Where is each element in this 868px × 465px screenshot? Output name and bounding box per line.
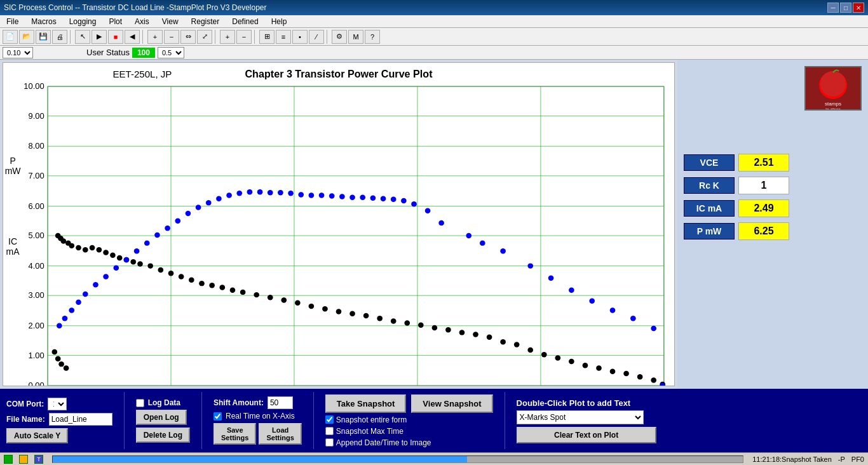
snapshot-buttons-row: Take Snapshot View Snapshot	[325, 394, 493, 413]
auto-scale-button[interactable]: Auto Scale Y	[6, 428, 68, 443]
menu-axis[interactable]: Axis	[131, 16, 153, 27]
save-settings-button[interactable]: SaveSettings	[214, 423, 256, 445]
user-status-label: User Status	[86, 48, 130, 57]
close-button[interactable]: ✕	[853, 3, 864, 13]
tb-save[interactable]: 💾	[36, 30, 51, 44]
svg-point-93	[596, 365, 602, 370]
svg-point-62	[189, 278, 194, 283]
indicator-t: T	[34, 455, 43, 464]
indicator-g	[4, 455, 13, 464]
svg-point-87	[514, 342, 520, 347]
delete-log-button[interactable]: Delete Log	[136, 428, 190, 443]
menu-file[interactable]: File	[3, 16, 22, 27]
tb-zoom-in-y[interactable]: +	[220, 30, 235, 44]
file-name-input[interactable]	[49, 413, 112, 426]
double-click-row: Double-Click Plot to add Text	[517, 398, 656, 408]
svg-point-61	[179, 274, 184, 279]
shift-section: Shift Amount: Real Time on X-Axis SaveSe…	[214, 396, 302, 445]
tb-zoom-full[interactable]: ⤢	[197, 30, 212, 44]
tb-new[interactable]: 📄	[3, 30, 18, 44]
snapshot-entire-form-checkbox[interactable]	[325, 415, 334, 424]
scale-select[interactable]: 0.10 0.25 0.50 1.00	[3, 47, 33, 58]
svg-text:mA: mA	[6, 246, 20, 257]
svg-point-65	[220, 285, 226, 290]
svg-point-76	[363, 313, 369, 318]
shift-amount-input[interactable]	[268, 396, 293, 409]
svg-point-140	[425, 208, 431, 213]
tb-print[interactable]: 🖨	[52, 30, 67, 44]
tb-stop[interactable]: ■	[108, 30, 123, 44]
svg-point-149	[610, 307, 616, 313]
svg-point-151	[651, 326, 656, 331]
menu-macros[interactable]: Macros	[27, 16, 60, 27]
load-settings-button[interactable]: LoadSettings	[259, 423, 301, 445]
log-data-checkbox[interactable]	[136, 399, 144, 407]
svg-point-112	[134, 248, 140, 253]
svg-point-97	[651, 377, 656, 382]
open-log-button[interactable]: Open Log	[136, 410, 187, 425]
tb-settings[interactable]: ⚙	[332, 30, 347, 44]
com-port-label: COM Port:	[6, 400, 44, 408]
svg-point-133	[349, 194, 355, 199]
append-date-checkbox[interactable]	[325, 438, 334, 447]
svg-point-155	[820, 71, 846, 97]
svg-point-67	[240, 290, 246, 295]
menu-help[interactable]: Help	[268, 16, 291, 27]
com-port-select[interactable]: 1234	[48, 398, 67, 410]
snapshot-max-time-label: Snapshot Max Time	[336, 427, 403, 436]
tb-help[interactable]: ?	[365, 30, 380, 44]
svg-point-116	[175, 218, 180, 223]
menu-logging[interactable]: Logging	[65, 16, 100, 27]
svg-point-79	[404, 320, 410, 325]
text-type-select[interactable]: X-Marks Spot Arrow Text Box Circle	[517, 410, 644, 424]
svg-point-122	[236, 191, 242, 196]
tb-cursor[interactable]: ↖	[75, 30, 90, 44]
ic-label: IC mA	[684, 200, 735, 217]
svg-point-48	[76, 245, 81, 250]
real-time-checkbox[interactable]	[214, 412, 222, 421]
tb-zoom-out-x[interactable]: −	[164, 30, 179, 44]
clear-text-button[interactable]: Clear Text on Plot	[517, 427, 656, 443]
view-snapshot-button[interactable]: View Snapshot	[411, 394, 492, 413]
toolbar-sep-4	[254, 30, 257, 44]
time-select[interactable]: 0.5 1 2	[158, 47, 184, 58]
svg-point-139	[411, 201, 417, 206]
tb-macro[interactable]: M	[348, 30, 363, 44]
svg-point-86	[500, 339, 506, 344]
tb-open[interactable]: 📂	[19, 30, 34, 44]
status-timestamp: 11:21:18:Snapshot Taken	[752, 455, 832, 463]
svg-point-102	[64, 365, 69, 370]
snapshot-max-time-checkbox[interactable]	[325, 427, 334, 435]
svg-point-130	[319, 192, 325, 198]
readout-rck: Rc K 1	[684, 177, 824, 194]
svg-point-51	[97, 247, 102, 252]
menu-defined[interactable]: Defined	[228, 16, 262, 27]
menu-view[interactable]: View	[158, 16, 182, 27]
take-snapshot-button[interactable]: Take Snapshot	[325, 394, 407, 413]
tb-legend[interactable]: ≡	[276, 30, 291, 44]
tb-back[interactable]: ◀	[125, 30, 140, 44]
svg-point-47	[69, 243, 74, 248]
tb-dots[interactable]: •	[292, 30, 308, 44]
menu-plot[interactable]: Plot	[105, 16, 126, 27]
tb-grid[interactable]: ⊞	[259, 30, 275, 44]
svg-point-50	[90, 245, 95, 250]
rck-value[interactable]: 1	[738, 177, 789, 194]
minimize-button[interactable]: ─	[827, 3, 839, 13]
tb-run[interactable]: ▶	[92, 30, 107, 44]
maximize-button[interactable]: □	[840, 3, 851, 13]
plot-area[interactable]: EET-250L, JP Chapter 3 Transistor Power …	[3, 62, 675, 386]
svg-point-144	[500, 248, 506, 253]
status-progress-value: 100	[132, 48, 155, 58]
svg-text:Chapter 3 Transistor Power Cur: Chapter 3 Transistor Power Curve Plot	[245, 69, 433, 79]
svg-point-124	[257, 189, 263, 194]
svg-point-123	[247, 189, 253, 194]
tb-zoom-pan[interactable]: ⇔	[180, 30, 196, 44]
svg-point-71	[295, 300, 301, 306]
svg-point-52	[103, 250, 109, 255]
menu-register[interactable]: Register	[187, 16, 224, 27]
tb-zoom-out-y[interactable]: −	[236, 30, 252, 44]
tb-zoom-in-x[interactable]: +	[147, 30, 163, 44]
svg-point-75	[349, 311, 355, 316]
tb-line[interactable]: ∕	[309, 30, 324, 44]
